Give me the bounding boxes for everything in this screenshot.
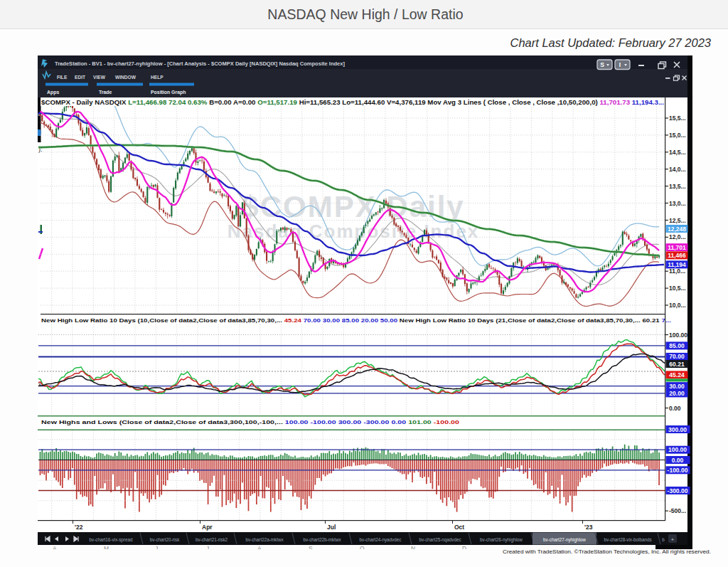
svg-text:New High Low Ratio 10 Days (10: New High Low Ratio 10 Days (10,Close of … (41, 317, 671, 324)
svg-text:11,194: 11,194 (668, 261, 686, 268)
svg-text:S: S (600, 61, 604, 68)
svg-text:bv-chart24-nyadvdec: bv-chart24-nyadvdec (360, 537, 402, 543)
svg-text:85.00: 85.00 (669, 342, 685, 349)
svg-text:12,5...: 12,5... (669, 217, 686, 224)
svg-text:11,466: 11,466 (668, 252, 686, 259)
svg-text:11,0...: 11,0... (669, 267, 685, 275)
svg-text:10,5...: 10,5... (669, 285, 686, 292)
svg-text:bv-chart25-nqadvdec: bv-chart25-nqadvdec (419, 537, 461, 543)
svg-text:New Highs and Lows (Close of d: New Highs and Lows (Close of data2,Close… (41, 419, 460, 425)
svg-text:-500...: -500... (669, 507, 686, 514)
svg-text:11,701: 11,701 (668, 244, 686, 251)
svg-text:14,5...: 14,5... (669, 149, 686, 156)
svg-text:bv-chart21-risk2: bv-chart21-risk2 (196, 537, 228, 542)
svg-text:14,0...: 14,0... (669, 166, 686, 173)
svg-text:15,5...: 15,5... (669, 115, 686, 122)
svg-text:100.00: 100.00 (668, 446, 687, 453)
svg-text:+: + (671, 536, 675, 543)
svg-text:60.21: 60.21 (669, 361, 685, 368)
svg-text:30.00: 30.00 (669, 383, 685, 390)
svg-text:Chart Last Updated: February 2: Chart Last Updated: February 27 2023 (510, 36, 711, 49)
svg-text:100.00: 100.00 (669, 332, 687, 339)
svg-text:70.00: 70.00 (669, 353, 685, 360)
svg-text:12,248: 12,248 (668, 226, 686, 233)
svg-text:-300.00: -300.00 (668, 487, 688, 494)
svg-text:b: b (662, 537, 665, 542)
svg-text:bv-chart28-vix-bolbands: bv-chart28-vix-bolbands (604, 537, 651, 542)
svg-text:I: I (619, 61, 621, 68)
svg-text:Position Graph: Position Graph (151, 90, 186, 95)
svg-text:Apps: Apps (47, 90, 59, 95)
svg-text:Created with TradeStation. ©Tr: Created with TradeStation. ©TradeStation… (503, 549, 711, 555)
svg-text:'23: '23 (584, 524, 593, 531)
svg-text:$COMPX - Daily NASDQIX L=11,46: $COMPX - Daily NASDQIX L=11,466.98 72.04… (41, 100, 664, 106)
svg-text:WINDOW: WINDOW (115, 75, 136, 80)
svg-text:TradeStation - BV1 - bv-chart: TradeStation - BV1 - bv-chart27-nyhighlo… (55, 60, 346, 67)
svg-text:bv-chart22a-mktwx: bv-chart22a-mktwx (245, 537, 284, 542)
svg-text:15,0...: 15,0... (669, 132, 686, 139)
svg-text:VIEW: VIEW (93, 75, 106, 80)
svg-text:'22: '22 (75, 524, 83, 531)
svg-text:Oct: Oct (454, 524, 464, 531)
svg-text:bv-chart16-vix-spread: bv-chart16-vix-spread (90, 537, 133, 543)
svg-text:13,0...: 13,0... (669, 200, 686, 207)
svg-text:Jul: Jul (327, 524, 336, 531)
svg-text:13,5...: 13,5... (669, 183, 686, 190)
svg-text:45.24: 45.24 (669, 371, 685, 378)
svg-text:20.00: 20.00 (669, 390, 685, 397)
svg-text:0.00: 0.00 (672, 457, 684, 464)
svg-text:bv-chart20-risk: bv-chart20-risk (150, 537, 180, 542)
svg-text:bv-chart26-nyhighlow: bv-chart26-nyhighlow (480, 537, 523, 543)
svg-text:12,0...: 12,0... (669, 233, 686, 240)
svg-text:bv-chart27-nyhighlow: bv-chart27-nyhighlow (543, 537, 586, 543)
svg-text:300.00: 300.00 (668, 426, 687, 433)
svg-text:bv-chart22b-mktwx: bv-chart22b-mktwx (303, 537, 341, 542)
svg-text:Apr: Apr (202, 524, 213, 531)
svg-text:HELP: HELP (151, 75, 164, 80)
svg-text:0.00: 0.00 (669, 405, 681, 412)
svg-text:EDIT: EDIT (75, 75, 85, 80)
svg-text:10,0...: 10,0... (669, 302, 686, 309)
svg-text:NASDAQ New High / Low Ratio: NASDAQ New High / Low Ratio (267, 6, 463, 22)
svg-text:Trade: Trade (99, 90, 112, 95)
svg-text:-100.00: -100.00 (668, 467, 688, 474)
svg-text:FILE: FILE (57, 75, 68, 80)
